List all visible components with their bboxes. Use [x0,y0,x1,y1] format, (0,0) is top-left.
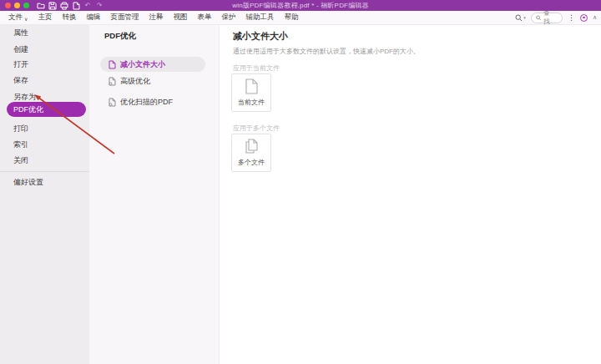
page-description: 通过使用适用于大多数文件的默认设置，快速减小PDF的大小。 [233,47,420,56]
search-input[interactable]: 查找 [531,13,563,23]
membership-icon[interactable] [580,14,588,22]
sidebar-item-print[interactable]: 打印 [13,124,28,134]
menu-file[interactable]: 文件 ∨ [8,13,28,23]
menu-edit[interactable]: 编辑 [86,13,100,23]
document-gear-icon [109,77,116,86]
sidebar-item-save-as[interactable]: 另存为 [13,92,36,102]
undo-icon[interactable]: ↶ [83,2,92,10]
panel-item-label: 高级优化 [120,76,150,87]
menubar-right-tools: ▾ 查找 ⋮ ∧ [515,13,597,23]
sidebar-item-create[interactable]: 创建 [13,44,28,54]
sidebar-item-properties[interactable]: 属性 [13,28,28,38]
document-scan-icon [109,98,116,107]
panel-item-reduce-file-size[interactable]: 减小文件大小 [100,57,205,72]
sidebar-item-open[interactable]: 打开 [13,59,28,69]
menubar: 文件 ∨ 主页 转换 编辑 页面管理 注释 视图 表单 保护 辅助工具 帮助 ▾… [0,11,601,25]
menu-protect[interactable]: 保护 [221,13,235,23]
foxit-pdf-editor-window: { "app": { "titlebar_title": "win版PDF编辑器… [0,0,601,364]
multiple-files-card[interactable]: 多个文件 [231,134,271,172]
file-menu-sidebar: 属性 创建 打开 保存 另存为 PDF优化 打印 索引 关闭 偏好设置 [0,25,89,364]
window-body: 属性 创建 打开 保存 另存为 PDF优化 打印 索引 关闭 偏好设置 PDF优… [0,25,601,364]
menu-page-management[interactable]: 页面管理 [110,13,139,23]
close-window-button[interactable] [5,3,11,8]
sidebar-item-pdf-optimize[interactable]: PDF优化 [7,102,86,117]
menu-form[interactable]: 表单 [197,13,211,23]
menu-comment[interactable]: 注释 [149,13,163,23]
open-folder-icon[interactable] [37,2,45,10]
redo-icon[interactable]: ↷ [95,2,104,10]
single-document-icon [245,78,258,94]
panel-item-label: 优化扫描的PDF [120,97,173,108]
current-file-card[interactable]: 当前文件 [231,73,271,112]
sidebar-item-index[interactable]: 索引 [13,139,28,149]
titlebar: ↶ ↷ win版PDF编辑器教程.pdf * - 福昕PDF编辑器 [0,0,601,11]
main-content: 减小文件大小 通过使用适用于大多数文件的默认设置，快速减小PDF的大小。 应用于… [219,25,601,364]
panel-item-advanced-optimize[interactable]: 高级优化 [100,73,205,88]
sidebar-item-preferences[interactable]: 偏好设置 [13,177,43,187]
sidebar-item-close[interactable]: 关闭 [13,155,28,165]
save-icon[interactable] [48,2,57,10]
panel-item-label: 减小文件大小 [120,59,165,70]
sidebar-item-save[interactable]: 保存 [13,75,28,85]
multiple-files-section-label: 应用于多个文件 [233,124,280,133]
collapse-ribbon-icon[interactable]: ∧ [593,14,597,21]
current-file-section-label: 应用于当前文件 [233,63,280,73]
zoom-window-button[interactable] [23,3,29,8]
menu-file-label: 文件 [8,13,23,23]
print-icon[interactable] [60,2,68,10]
search-icon [536,15,541,21]
membership-dot [583,17,585,19]
current-file-card-label: 当前文件 [238,98,265,107]
pdf-optimize-panel: PDF优化 减小文件大小 高级优化 优化扫描的PDF [89,25,219,364]
panel-title: PDF优化 [104,31,136,42]
zoom-tool-icon[interactable]: ▾ [515,14,526,22]
search-placeholder: 查找 [543,9,555,26]
new-document-icon[interactable] [72,2,80,10]
menu-items: 文件 ∨ 主页 转换 编辑 页面管理 注释 视图 表单 保护 辅助工具 帮助 [8,13,298,23]
multiple-files-card-label: 多个文件 [238,158,265,167]
menu-view[interactable]: 视图 [173,13,187,23]
chevron-down-icon: ▾ [523,15,526,20]
more-options-icon[interactable]: ⋮ [568,13,575,22]
menu-home[interactable]: 主页 [38,13,52,23]
menu-help[interactable]: 帮助 [284,13,298,23]
multiple-documents-icon [245,139,259,154]
chevron-down-icon: ∨ [24,15,28,21]
document-icon [109,60,116,69]
menu-convert[interactable]: 转换 [62,13,76,23]
quick-access-toolbar: ↶ ↷ [37,2,104,10]
window-controls [5,3,29,8]
sidebar-divider [0,171,89,172]
panel-item-optimize-scanned-pdf[interactable]: 优化扫描的PDF [100,94,205,109]
page-title: 减小文件大小 [233,30,288,43]
minimize-window-button[interactable] [14,3,20,8]
menu-accessibility-tools[interactable]: 辅助工具 [245,13,274,23]
